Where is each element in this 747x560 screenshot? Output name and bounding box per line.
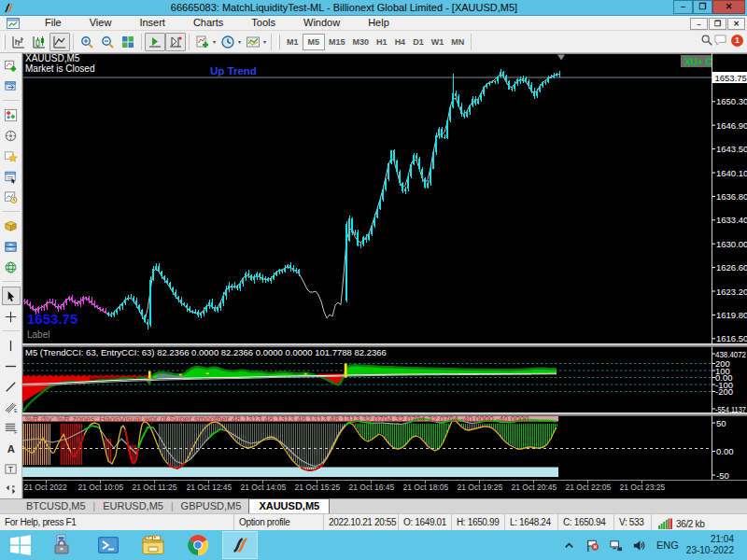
taskbar-server-manager[interactable] <box>41 530 86 560</box>
menu-window[interactable]: Window <box>289 16 354 30</box>
notification-badge[interactable]: 1 <box>731 35 743 47</box>
action-center-flag-icon[interactable] <box>585 539 599 553</box>
timeframe-m1-button[interactable]: M1 <box>283 34 303 50</box>
clock[interactable]: 21:04 23-10-2022 <box>686 534 734 556</box>
zoom-out-button[interactable] <box>97 33 118 51</box>
chart-shift-button[interactable] <box>165 33 186 51</box>
templates-dropdown-arrow[interactable]: ▾ <box>263 38 266 45</box>
status-profile[interactable]: Option profile <box>234 514 324 530</box>
navigator-button[interactable] <box>2 126 21 145</box>
horizontal-line-icon <box>4 359 18 373</box>
mdi-restore-button[interactable]: ❐ <box>709 18 726 30</box>
tab-btcusd[interactable]: BTCUSD,M5 <box>19 499 93 513</box>
taskbar-file-explorer[interactable] <box>131 530 176 560</box>
timeframe-m5-button[interactable]: M5 <box>303 34 326 50</box>
start-button[interactable] <box>0 530 41 560</box>
title-bar: 66665083: MatchLiquidityTest-ML - Billio… <box>0 0 747 16</box>
bar-chart-button[interactable] <box>8 33 29 51</box>
timeframe-h1-button[interactable]: H1 <box>373 34 391 50</box>
indicators-dropdown-arrow[interactable]: ▾ <box>213 38 216 45</box>
text-tool-button[interactable]: A <box>2 439 21 457</box>
show-hidden-icons-icon[interactable] <box>562 539 576 553</box>
chart-tabs-bar: BTCUSD,M5 | EURUSD,M5 | GBPUSD,M5 XAUUSD… <box>0 498 747 513</box>
taskbar-metatrader[interactable] <box>222 531 258 559</box>
vertical-line-tool-button[interactable] <box>2 336 21 355</box>
network-icon[interactable] <box>609 539 623 553</box>
periods-dropdown-arrow[interactable]: ▾ <box>238 38 241 45</box>
mdi-minimize-button[interactable]: – <box>690 18 708 30</box>
menu-charts[interactable]: Charts <box>179 16 237 30</box>
menu-tools[interactable]: Tools <box>237 16 289 30</box>
line-chart-button[interactable] <box>49 33 70 51</box>
status-traffic: 36/2 kb <box>676 519 704 529</box>
app-logo-icon <box>3 2 15 14</box>
trend-object-label: Up Trend <box>210 65 257 77</box>
chrome-icon <box>186 533 210 557</box>
history-center-button[interactable] <box>2 188 21 206</box>
svg-text:1653.75: 1653.75 <box>715 73 747 83</box>
chat-bubble-icon[interactable] <box>713 34 727 47</box>
svg-text:A: A <box>7 442 15 454</box>
close-button[interactable]: ✕ <box>712 0 745 14</box>
trendline-tool-button[interactable] <box>2 377 21 396</box>
chart-window[interactable]: XAUUSD,M5Market is ClosedUp Trend1653.75… <box>22 53 747 498</box>
arrows-tool-button[interactable] <box>2 480 21 498</box>
templates-button[interactable] <box>243 33 263 51</box>
tab-xauusd[interactable]: XAUUSD,M5 <box>248 498 330 513</box>
fibonacci-tool-button[interactable]: F <box>2 418 21 437</box>
status-connection: 36/2 kb <box>652 514 747 530</box>
menu-insert[interactable]: Insert <box>125 16 179 30</box>
tab-eurusd[interactable]: EURUSD,M5 <box>95 499 171 513</box>
data-window-button[interactable] <box>2 167 21 186</box>
svg-text:1630.00: 1630.00 <box>716 239 747 249</box>
bar-chart-icon <box>11 35 26 49</box>
indicators-button[interactable] <box>192 33 213 51</box>
horizontal-line-tool-button[interactable] <box>2 357 21 375</box>
svg-text:1640.10: 1640.10 <box>716 168 747 178</box>
profiles-icon <box>4 79 18 93</box>
new-chart-button[interactable] <box>2 56 21 75</box>
menu-view[interactable]: View <box>76 16 126 30</box>
terminal-button[interactable] <box>2 237 21 256</box>
tile-windows-button[interactable] <box>118 33 138 51</box>
crosshair-tool-button[interactable] <box>2 307 21 326</box>
language-indicator[interactable]: ENG <box>656 539 679 551</box>
windows-start-icon <box>8 533 33 557</box>
svg-text:21 Oct 10:05: 21 Oct 10:05 <box>78 483 124 492</box>
mdi-close-button[interactable]: ✕ <box>727 18 745 30</box>
menu-help[interactable]: Help <box>354 16 403 30</box>
taskbar-powershell[interactable] <box>86 530 131 560</box>
minimize-button[interactable]: – <box>673 0 693 14</box>
data-window-icon <box>4 170 18 184</box>
svg-text:21 Oct 18:05: 21 Oct 18:05 <box>403 483 449 492</box>
tab-gbpusd[interactable]: GBPUSD,M5 <box>174 499 249 513</box>
taskbar-chrome[interactable] <box>176 530 220 560</box>
timeframe-w1-button[interactable]: W1 <box>428 34 448 50</box>
timeframe-mn-button[interactable]: MN <box>447 34 468 50</box>
restore-button[interactable]: ❐ <box>693 0 712 14</box>
timeframe-m30-button[interactable]: M30 <box>349 34 374 50</box>
timeframe-d1-button[interactable]: D1 <box>409 34 428 50</box>
new-order-button[interactable] <box>2 217 21 235</box>
profiles-button[interactable] <box>2 77 21 95</box>
metatrader-icon <box>229 534 251 556</box>
periods-button[interactable] <box>218 33 238 51</box>
auto-scroll-button[interactable] <box>145 33 165 51</box>
status-open: O: 1649.01 <box>399 514 452 530</box>
text-label-tool-button[interactable]: T <box>2 459 21 478</box>
timeframe-m15-button[interactable]: M15 <box>325 34 349 50</box>
candlestick-chart-button[interactable] <box>29 33 49 51</box>
strategy-tester-button[interactable] <box>2 258 21 276</box>
channel-icon: E <box>4 400 18 414</box>
timeframe-h4-button[interactable]: H4 <box>391 34 410 50</box>
channel-tool-button[interactable]: E <box>2 398 21 416</box>
cursor-tool-button[interactable] <box>2 287 21 305</box>
status-low: L: 1648.24 <box>505 514 558 530</box>
search-icon[interactable] <box>700 34 713 47</box>
status-high: H: 1650.99 <box>452 514 505 530</box>
favorites-button[interactable] <box>2 147 21 165</box>
volume-icon[interactable] <box>632 539 646 553</box>
market-watch-button[interactable] <box>2 105 21 124</box>
menu-file[interactable]: File <box>31 16 76 30</box>
zoom-in-button[interactable] <box>77 33 97 51</box>
